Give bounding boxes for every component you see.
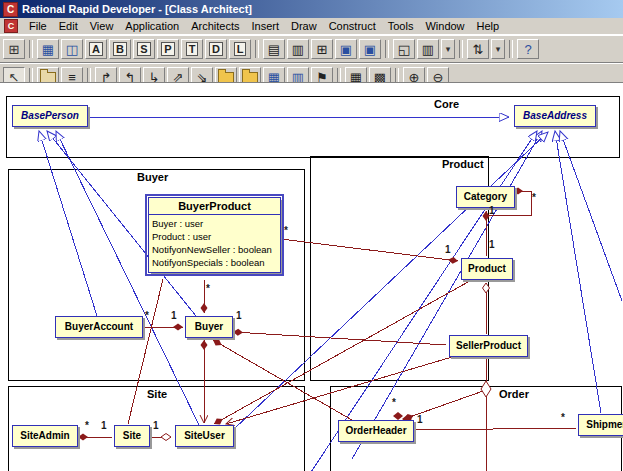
class-attribute: NotifyonNewSeller : boolean — [152, 243, 277, 256]
arrange-windows-icon[interactable]: ⊞ — [311, 39, 333, 59]
open-diagram-icon[interactable]: ▦ — [37, 39, 59, 59]
app-icon[interactable]: C — [3, 2, 18, 17]
class-name: Product — [468, 263, 506, 274]
document-icon[interactable]: C — [4, 19, 18, 33]
table-architect-button[interactable]: T — [181, 39, 203, 59]
class-box-buyeraccount[interactable]: BuyerAccount — [55, 316, 143, 338]
menu-help[interactable]: Help — [471, 19, 506, 33]
menu-window[interactable]: Window — [419, 19, 470, 33]
class-box-baseperson[interactable]: BasePerson — [12, 105, 88, 127]
class-attribute: NotifyonSpecials : boolean — [152, 256, 277, 269]
folder-icon — [218, 72, 234, 83]
toolbar-separator — [459, 40, 463, 58]
multiplicity-label: * — [392, 398, 396, 408]
app-window: C Rational Rapid Developer - [Class Arch… — [0, 0, 623, 91]
class-name: SiteAdmin — [20, 430, 69, 441]
class-name: Buyer — [195, 321, 223, 332]
class-name: SellerProduct — [456, 340, 521, 351]
new-model-icon[interactable]: ⊞ — [3, 39, 25, 59]
class-attribute: Product : user — [152, 230, 277, 243]
toolbar-separator — [385, 40, 389, 58]
multiplicity-label: 1 — [101, 421, 107, 431]
multiplicity-label: 1 — [489, 206, 495, 216]
class-name: OrderHeader — [345, 425, 406, 436]
multiplicity-label: 1 — [489, 240, 495, 250]
class-box-buyerproduct[interactable]: BuyerProduct Buyer : user Product : user… — [148, 197, 281, 273]
class-box-baseaddress[interactable]: BaseAddress — [514, 105, 596, 127]
class-box-shipment[interactable]: Shipment — [578, 414, 623, 436]
site-architect-button[interactable]: S — [133, 39, 155, 59]
attribute-compartment: Buyer : user Product : user NotifyonNewS… — [149, 215, 280, 272]
multiplicity-label: * — [561, 413, 565, 423]
tile-vertical-icon[interactable]: ▥ — [287, 39, 309, 59]
folder-icon — [242, 72, 258, 83]
title-bar[interactable]: C Rational Rapid Developer - [Class Arch… — [0, 0, 623, 18]
business-architect-button[interactable]: B — [109, 39, 131, 59]
letter-t: T — [186, 42, 199, 56]
multiplicity-label: * — [532, 193, 536, 203]
copy-diagram-icon[interactable]: ▣ — [335, 39, 357, 59]
context-help-icon[interactable]: ? — [517, 39, 539, 59]
multiplicity-label: * — [284, 226, 288, 236]
letter-a: A — [89, 42, 103, 56]
paste-diagram-icon[interactable]: ▣ — [359, 39, 381, 59]
letter-b: B — [113, 42, 127, 56]
diagram-connections — [0, 83, 623, 471]
class-name: BuyerProduct — [149, 198, 280, 215]
standard-toolbar: ⊞ ▦ ◫ A B S P T D L ▤ ▥ ⊞ ▣ ▣ ◱ ▥ ▾ ⇅ ▾ … — [0, 35, 623, 63]
class-name: BaseAddress — [523, 110, 587, 121]
menu-file[interactable]: File — [23, 19, 53, 33]
tile-horizontal-icon[interactable]: ▤ — [263, 39, 285, 59]
class-box-product[interactable]: Product — [461, 258, 513, 280]
zoom-percent-icon[interactable]: ▥ — [417, 39, 439, 59]
sort-order-icon[interactable]: ⇅ — [467, 39, 489, 59]
letter-l: L — [234, 42, 247, 56]
multiplicity-label: 1 — [417, 415, 423, 425]
multiplicity-label: 1 — [445, 245, 451, 255]
multiplicity-label: * — [206, 284, 210, 294]
logic-architect-button[interactable]: L — [229, 39, 251, 59]
menu-insert[interactable]: Insert — [245, 19, 285, 33]
page-architect-button[interactable]: P — [157, 39, 179, 59]
cascade-windows-icon[interactable]: ◱ — [393, 39, 415, 59]
model-tree-icon[interactable]: ◫ — [61, 39, 83, 59]
menu-architects[interactable]: Architects — [185, 19, 245, 33]
menu-tools[interactable]: Tools — [382, 19, 420, 33]
multiplicity-label: 1 — [171, 311, 177, 321]
letter-p: P — [161, 42, 174, 56]
class-box-siteadmin[interactable]: SiteAdmin — [12, 425, 78, 447]
folder-icon — [40, 72, 56, 83]
multiplicity-label: * — [145, 311, 149, 321]
class-box-orderheader[interactable]: OrderHeader — [338, 420, 414, 442]
data-architect-button[interactable]: D — [205, 39, 227, 59]
class-name: Category — [464, 191, 507, 202]
class-name: Shipment — [586, 419, 623, 430]
menu-view[interactable]: View — [84, 19, 120, 33]
menu-construct[interactable]: Construct — [323, 19, 382, 33]
class-box-sellerproduct[interactable]: SellerProduct — [449, 335, 528, 357]
letter-d: D — [209, 42, 223, 56]
application-architect-button[interactable]: A — [85, 39, 107, 59]
class-name: SiteUser — [184, 430, 225, 441]
sort-dropdown-icon[interactable]: ▾ — [491, 39, 505, 59]
multiplicity-label: 1 — [153, 421, 159, 431]
class-box-site[interactable]: Site — [114, 425, 150, 447]
window-title: Rational Rapid Developer - [Class Archit… — [22, 3, 252, 15]
menu-bar: C File Edit View Application Architects … — [0, 18, 623, 35]
class-attribute: Buyer : user — [152, 217, 277, 230]
multiplicity-label: * — [85, 421, 89, 431]
menu-edit[interactable]: Edit — [53, 19, 84, 33]
class-box-siteuser[interactable]: SiteUser — [175, 425, 234, 447]
menu-draw[interactable]: Draw — [285, 19, 323, 33]
toolbar-separator — [255, 40, 259, 58]
class-box-category[interactable]: Category — [456, 186, 515, 208]
class-name: Site — [123, 430, 141, 441]
multiplicity-label: 1 — [236, 311, 242, 321]
toolbar-separator — [29, 40, 33, 58]
class-name: BuyerAccount — [65, 321, 133, 332]
class-box-buyer[interactable]: Buyer — [185, 316, 233, 338]
toolbar-separator — [509, 40, 513, 58]
zoom-dropdown-icon[interactable]: ▾ — [441, 39, 455, 59]
diagram-canvas[interactable]: Core Buyer Product Site Order — [0, 82, 623, 471]
menu-application[interactable]: Application — [119, 19, 185, 33]
